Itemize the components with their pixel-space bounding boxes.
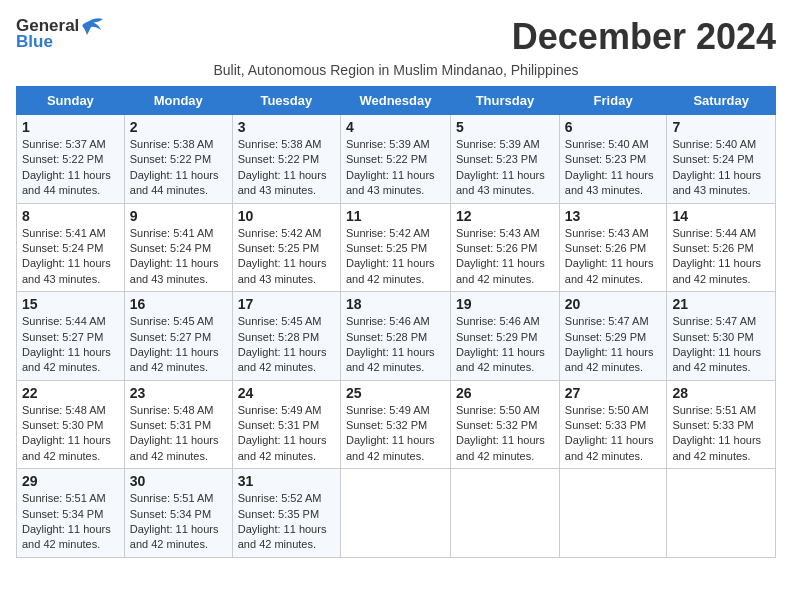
day-number: 30 [130, 473, 227, 489]
day-number: 29 [22, 473, 119, 489]
day-number: 17 [238, 296, 335, 312]
day-number: 2 [130, 119, 227, 135]
calendar-cell: 14 Sunrise: 5:44 AMSunset: 5:26 PMDaylig… [667, 203, 776, 292]
day-info: Sunrise: 5:45 AMSunset: 5:28 PMDaylight:… [238, 315, 327, 373]
calendar-cell: 15 Sunrise: 5:44 AMSunset: 5:27 PMDaylig… [17, 292, 125, 381]
day-number: 6 [565, 119, 662, 135]
day-info: Sunrise: 5:44 AMSunset: 5:26 PMDaylight:… [672, 227, 761, 285]
calendar-cell: 11 Sunrise: 5:42 AMSunset: 5:25 PMDaylig… [340, 203, 450, 292]
calendar-cell: 6 Sunrise: 5:40 AMSunset: 5:23 PMDayligh… [559, 115, 667, 204]
day-info: Sunrise: 5:51 AMSunset: 5:33 PMDaylight:… [672, 404, 761, 462]
day-info: Sunrise: 5:47 AMSunset: 5:30 PMDaylight:… [672, 315, 761, 373]
day-info: Sunrise: 5:43 AMSunset: 5:26 PMDaylight:… [565, 227, 654, 285]
day-info: Sunrise: 5:39 AMSunset: 5:23 PMDaylight:… [456, 138, 545, 196]
day-number: 10 [238, 208, 335, 224]
calendar-cell: 31 Sunrise: 5:52 AMSunset: 5:35 PMDaylig… [232, 469, 340, 558]
calendar-cell: 10 Sunrise: 5:42 AMSunset: 5:25 PMDaylig… [232, 203, 340, 292]
bird-icon [81, 17, 103, 35]
day-number: 20 [565, 296, 662, 312]
header-row: Sunday Monday Tuesday Wednesday Thursday… [17, 87, 776, 115]
calendar-cell [559, 469, 667, 558]
col-thursday: Thursday [451, 87, 560, 115]
day-number: 12 [456, 208, 554, 224]
day-info: Sunrise: 5:42 AMSunset: 5:25 PMDaylight:… [238, 227, 327, 285]
day-info: Sunrise: 5:46 AMSunset: 5:28 PMDaylight:… [346, 315, 435, 373]
calendar-cell: 29 Sunrise: 5:51 AMSunset: 5:34 PMDaylig… [17, 469, 125, 558]
calendar-cell: 25 Sunrise: 5:49 AMSunset: 5:32 PMDaylig… [340, 380, 450, 469]
day-info: Sunrise: 5:45 AMSunset: 5:27 PMDaylight:… [130, 315, 219, 373]
day-info: Sunrise: 5:41 AMSunset: 5:24 PMDaylight:… [130, 227, 219, 285]
day-info: Sunrise: 5:46 AMSunset: 5:29 PMDaylight:… [456, 315, 545, 373]
day-info: Sunrise: 5:38 AMSunset: 5:22 PMDaylight:… [238, 138, 327, 196]
calendar-cell: 24 Sunrise: 5:49 AMSunset: 5:31 PMDaylig… [232, 380, 340, 469]
day-number: 3 [238, 119, 335, 135]
day-info: Sunrise: 5:37 AMSunset: 5:22 PMDaylight:… [22, 138, 111, 196]
day-number: 27 [565, 385, 662, 401]
day-info: Sunrise: 5:50 AMSunset: 5:32 PMDaylight:… [456, 404, 545, 462]
day-info: Sunrise: 5:39 AMSunset: 5:22 PMDaylight:… [346, 138, 435, 196]
subtitle: Bulit, Autonomous Region in Muslim Minda… [16, 62, 776, 78]
day-number: 31 [238, 473, 335, 489]
calendar-cell: 26 Sunrise: 5:50 AMSunset: 5:32 PMDaylig… [451, 380, 560, 469]
calendar-cell: 2 Sunrise: 5:38 AMSunset: 5:22 PMDayligh… [124, 115, 232, 204]
day-number: 15 [22, 296, 119, 312]
calendar-cell: 13 Sunrise: 5:43 AMSunset: 5:26 PMDaylig… [559, 203, 667, 292]
calendar-week-row: 22 Sunrise: 5:48 AMSunset: 5:30 PMDaylig… [17, 380, 776, 469]
day-info: Sunrise: 5:40 AMSunset: 5:24 PMDaylight:… [672, 138, 761, 196]
calendar-cell: 5 Sunrise: 5:39 AMSunset: 5:23 PMDayligh… [451, 115, 560, 204]
day-number: 19 [456, 296, 554, 312]
col-friday: Friday [559, 87, 667, 115]
day-number: 21 [672, 296, 770, 312]
day-number: 24 [238, 385, 335, 401]
calendar-cell [340, 469, 450, 558]
calendar-week-row: 1 Sunrise: 5:37 AMSunset: 5:22 PMDayligh… [17, 115, 776, 204]
calendar-cell: 1 Sunrise: 5:37 AMSunset: 5:22 PMDayligh… [17, 115, 125, 204]
day-info: Sunrise: 5:52 AMSunset: 5:35 PMDaylight:… [238, 492, 327, 550]
day-number: 14 [672, 208, 770, 224]
day-number: 26 [456, 385, 554, 401]
calendar-cell [451, 469, 560, 558]
day-info: Sunrise: 5:48 AMSunset: 5:31 PMDaylight:… [130, 404, 219, 462]
day-number: 16 [130, 296, 227, 312]
calendar-cell: 3 Sunrise: 5:38 AMSunset: 5:22 PMDayligh… [232, 115, 340, 204]
day-number: 4 [346, 119, 445, 135]
header: General Blue December 2024 [16, 16, 776, 58]
calendar-cell: 20 Sunrise: 5:47 AMSunset: 5:29 PMDaylig… [559, 292, 667, 381]
calendar-cell: 23 Sunrise: 5:48 AMSunset: 5:31 PMDaylig… [124, 380, 232, 469]
logo: General Blue [16, 16, 103, 52]
day-number: 7 [672, 119, 770, 135]
calendar-week-row: 8 Sunrise: 5:41 AMSunset: 5:24 PMDayligh… [17, 203, 776, 292]
day-number: 28 [672, 385, 770, 401]
calendar-cell: 18 Sunrise: 5:46 AMSunset: 5:28 PMDaylig… [340, 292, 450, 381]
calendar-cell: 4 Sunrise: 5:39 AMSunset: 5:22 PMDayligh… [340, 115, 450, 204]
day-info: Sunrise: 5:49 AMSunset: 5:31 PMDaylight:… [238, 404, 327, 462]
day-info: Sunrise: 5:51 AMSunset: 5:34 PMDaylight:… [130, 492, 219, 550]
calendar-cell: 9 Sunrise: 5:41 AMSunset: 5:24 PMDayligh… [124, 203, 232, 292]
day-info: Sunrise: 5:42 AMSunset: 5:25 PMDaylight:… [346, 227, 435, 285]
day-info: Sunrise: 5:47 AMSunset: 5:29 PMDaylight:… [565, 315, 654, 373]
calendar-cell: 27 Sunrise: 5:50 AMSunset: 5:33 PMDaylig… [559, 380, 667, 469]
col-monday: Monday [124, 87, 232, 115]
day-number: 5 [456, 119, 554, 135]
calendar-table: Sunday Monday Tuesday Wednesday Thursday… [16, 86, 776, 558]
day-info: Sunrise: 5:44 AMSunset: 5:27 PMDaylight:… [22, 315, 111, 373]
day-number: 1 [22, 119, 119, 135]
calendar-cell: 30 Sunrise: 5:51 AMSunset: 5:34 PMDaylig… [124, 469, 232, 558]
day-number: 18 [346, 296, 445, 312]
calendar-week-row: 15 Sunrise: 5:44 AMSunset: 5:27 PMDaylig… [17, 292, 776, 381]
day-info: Sunrise: 5:51 AMSunset: 5:34 PMDaylight:… [22, 492, 111, 550]
col-tuesday: Tuesday [232, 87, 340, 115]
day-info: Sunrise: 5:41 AMSunset: 5:24 PMDaylight:… [22, 227, 111, 285]
day-info: Sunrise: 5:49 AMSunset: 5:32 PMDaylight:… [346, 404, 435, 462]
day-info: Sunrise: 5:38 AMSunset: 5:22 PMDaylight:… [130, 138, 219, 196]
col-saturday: Saturday [667, 87, 776, 115]
calendar-cell: 28 Sunrise: 5:51 AMSunset: 5:33 PMDaylig… [667, 380, 776, 469]
day-info: Sunrise: 5:43 AMSunset: 5:26 PMDaylight:… [456, 227, 545, 285]
calendar-cell: 12 Sunrise: 5:43 AMSunset: 5:26 PMDaylig… [451, 203, 560, 292]
calendar-week-row: 29 Sunrise: 5:51 AMSunset: 5:34 PMDaylig… [17, 469, 776, 558]
day-number: 25 [346, 385, 445, 401]
col-wednesday: Wednesday [340, 87, 450, 115]
col-sunday: Sunday [17, 87, 125, 115]
calendar-cell: 7 Sunrise: 5:40 AMSunset: 5:24 PMDayligh… [667, 115, 776, 204]
calendar-cell [667, 469, 776, 558]
